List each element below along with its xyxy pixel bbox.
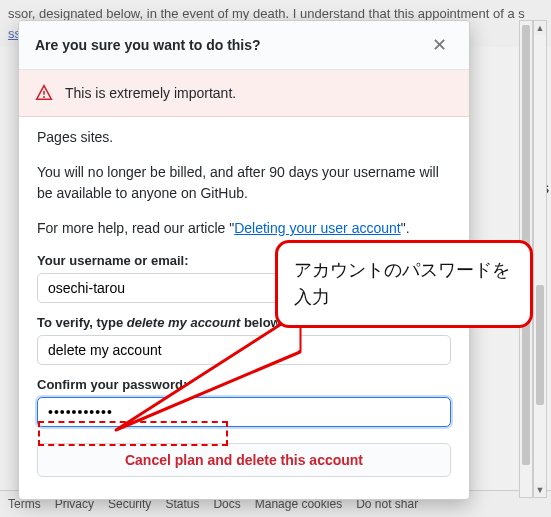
alert-banner: This is extremely important. [19,70,469,117]
annotation-callout: アカウントのパスワードを入力 [275,240,533,328]
modal-title: Are you sure you want to do this? [35,37,261,53]
cancel-plan-delete-button[interactable]: Cancel plan and delete this account [37,443,451,477]
body-billing-note: You will no longer be billed, and after … [37,162,451,204]
warning-triangle-icon [35,84,53,102]
scroll-down-icon[interactable]: ▼ [534,483,546,497]
scroll-up-icon[interactable]: ▲ [534,21,546,35]
body-help-line: For more help, read our article "Deletin… [37,218,451,239]
close-icon: ✕ [432,35,447,55]
svg-point-1 [43,96,45,98]
svg-marker-2 [116,312,300,430]
scroll-thumb[interactable] [536,285,544,405]
body-pages-sites: Pages sites. [37,127,451,148]
deleting-account-link[interactable]: Deleting your user account [234,220,401,236]
annotation-callout-tail [110,312,310,442]
close-button[interactable]: ✕ [426,35,453,55]
modal-header: Are you sure you want to do this? ✕ [19,21,469,70]
scrollbar-outer[interactable]: ▲ ▼ [533,20,547,498]
alert-text: This is extremely important. [65,85,236,101]
